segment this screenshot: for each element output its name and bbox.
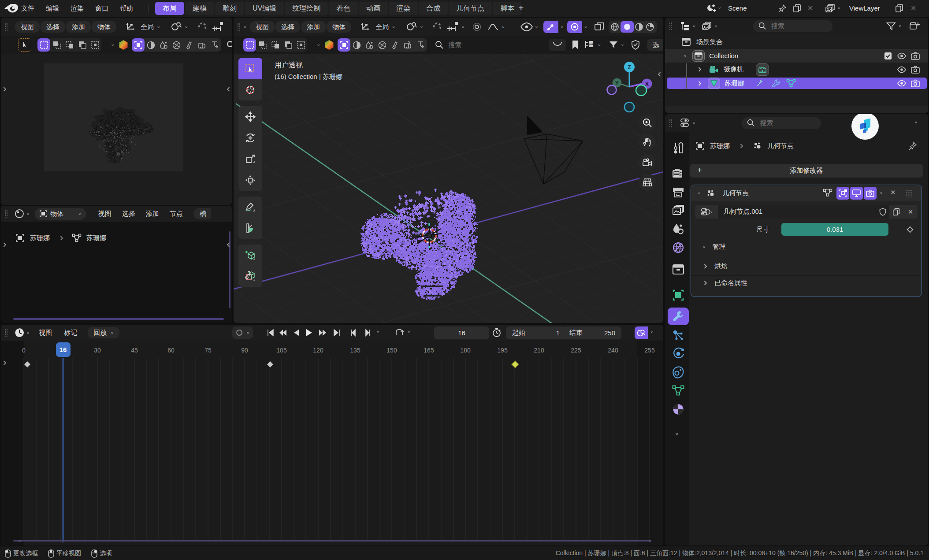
- svg-text:Y: Y: [615, 80, 619, 86]
- svg-text:120: 120: [313, 347, 323, 354]
- svg-text:135: 135: [350, 347, 360, 354]
- svg-text:45: 45: [131, 347, 138, 354]
- svg-text:X: X: [645, 81, 649, 87]
- svg-text:Z: Z: [628, 64, 631, 70]
- svg-text:225: 225: [571, 347, 581, 354]
- svg-text:240: 240: [608, 347, 618, 354]
- svg-text:105: 105: [276, 347, 287, 354]
- svg-text:60: 60: [167, 347, 175, 354]
- svg-text:180: 180: [460, 347, 471, 354]
- svg-text:165: 165: [424, 347, 434, 354]
- svg-text:0: 0: [22, 347, 26, 354]
- svg-text:210: 210: [534, 347, 544, 354]
- svg-text:30: 30: [94, 347, 101, 354]
- svg-text:255: 255: [644, 347, 655, 354]
- svg-text:75: 75: [204, 347, 212, 354]
- svg-text:195: 195: [497, 347, 508, 354]
- svg-text:150: 150: [386, 347, 397, 354]
- svg-text:90: 90: [241, 347, 248, 354]
- svg-text:16: 16: [59, 346, 67, 353]
